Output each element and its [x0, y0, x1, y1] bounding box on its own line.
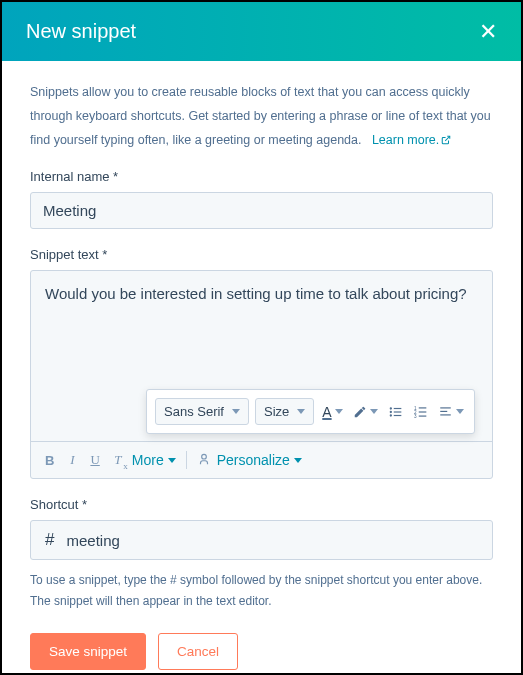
snippet-text-label: Snippet text * — [30, 247, 493, 262]
chevron-down-icon — [370, 409, 378, 414]
shortcut-help-text: To use a snippet, type the # symbol foll… — [30, 570, 493, 611]
clear-format-button[interactable]: Tx — [110, 450, 126, 470]
font-family-select[interactable]: Sans Serif — [155, 398, 249, 425]
align-button[interactable] — [436, 403, 466, 421]
description-text: Snippets allow you to create reusable bl… — [30, 81, 493, 153]
internal-name-label: Internal name * — [30, 169, 493, 184]
numbered-list-icon: 123 — [413, 405, 428, 419]
snippet-editor: Would you be interested in setting up ti… — [30, 270, 493, 479]
formatting-popup: Sans Serif Size A 123 — [146, 389, 475, 434]
editor-toolbar: B I U Tx More Personalize — [31, 441, 492, 478]
svg-rect-4 — [393, 408, 401, 409]
chevron-down-icon — [294, 458, 302, 463]
svg-line-0 — [445, 136, 450, 141]
highlighter-icon — [353, 405, 367, 419]
close-icon[interactable]: ✕ — [479, 21, 497, 43]
more-button[interactable]: More — [132, 452, 176, 468]
font-size-select[interactable]: Size — [255, 398, 314, 425]
chevron-down-icon — [335, 409, 343, 414]
personalize-token-icon[interactable] — [197, 452, 211, 469]
bullet-list-icon — [388, 405, 403, 419]
cancel-button[interactable]: Cancel — [158, 633, 238, 670]
shortcut-prefix: # — [31, 521, 58, 559]
chevron-down-icon — [456, 409, 464, 414]
modal-footer: Save snippet Cancel — [2, 633, 521, 675]
shortcut-input[interactable] — [58, 523, 492, 558]
svg-point-3 — [389, 414, 391, 416]
shortcut-label: Shortcut * — [30, 497, 493, 512]
internal-name-input[interactable] — [30, 192, 493, 229]
modal-title: New snippet — [26, 20, 136, 43]
svg-text:3: 3 — [414, 414, 417, 419]
modal-header: New snippet ✕ — [2, 2, 521, 61]
svg-rect-12 — [418, 415, 426, 416]
learn-more-link[interactable]: Learn more. — [372, 133, 451, 147]
numbered-list-button[interactable]: 123 — [411, 403, 430, 421]
shortcut-field: # — [30, 520, 493, 560]
svg-point-2 — [389, 411, 391, 413]
svg-rect-10 — [418, 407, 426, 408]
external-link-icon — [441, 130, 451, 154]
svg-rect-6 — [393, 415, 401, 416]
svg-rect-15 — [440, 414, 451, 415]
svg-point-16 — [201, 454, 206, 459]
chevron-down-icon — [232, 409, 240, 414]
svg-rect-14 — [440, 411, 447, 412]
bullet-list-button[interactable] — [386, 403, 405, 421]
underline-button[interactable]: U — [86, 450, 103, 470]
svg-rect-5 — [393, 411, 401, 412]
svg-rect-13 — [440, 407, 451, 408]
save-button[interactable]: Save snippet — [30, 633, 146, 670]
modal-body: Snippets allow you to create reusable bl… — [2, 61, 521, 611]
svg-rect-11 — [418, 411, 426, 412]
svg-point-1 — [389, 407, 391, 409]
highlight-button[interactable] — [351, 403, 380, 421]
chevron-down-icon — [168, 458, 176, 463]
text-color-button[interactable]: A — [320, 402, 344, 422]
italic-button[interactable]: I — [64, 450, 80, 470]
align-icon — [438, 405, 453, 419]
bold-button[interactable]: B — [41, 451, 58, 470]
chevron-down-icon — [297, 409, 305, 414]
personalize-button[interactable]: Personalize — [217, 452, 302, 468]
toolbar-divider — [186, 451, 187, 469]
